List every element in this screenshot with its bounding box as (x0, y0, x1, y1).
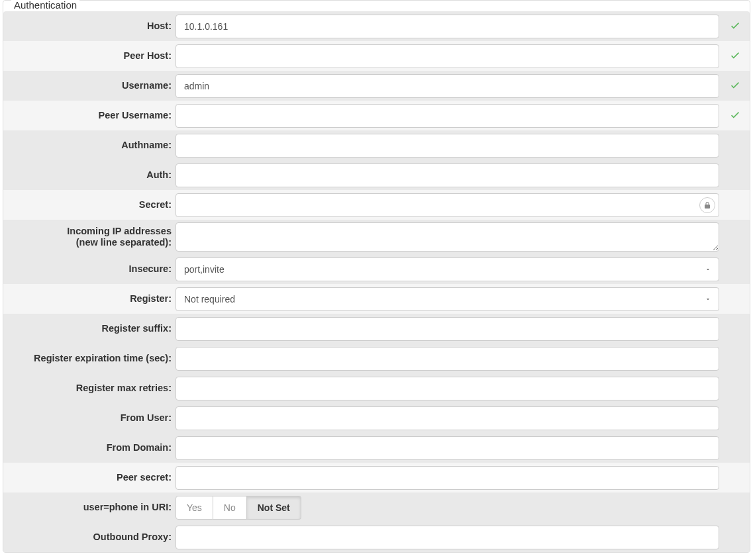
row-secret: Secret: (3, 190, 750, 220)
row-peer-username: Peer Username: (3, 101, 750, 130)
label-register: Register: (3, 284, 174, 314)
user-phone-no[interactable]: No (213, 496, 247, 520)
lock-icon[interactable] (699, 197, 715, 213)
register-retries-input[interactable] (176, 377, 719, 400)
label-peer-host: Peer Host: (3, 41, 174, 71)
from-user-input[interactable] (176, 406, 719, 430)
row-register-retries: Register max retries: (3, 373, 750, 403)
register-suffix-input[interactable] (176, 317, 719, 341)
check-icon (729, 49, 741, 63)
row-host: Host: (3, 11, 750, 41)
check-icon (729, 109, 741, 122)
row-peer-host: Peer Host: (3, 41, 750, 71)
label-incoming-ip: Incoming IP addresses (new line separate… (3, 220, 174, 254)
label-authname: Authname: (3, 130, 174, 160)
check-icon (729, 19, 741, 33)
peer-host-input[interactable] (176, 44, 719, 68)
label-insecure: Insecure: (3, 254, 174, 284)
user-phone-yes[interactable]: Yes (176, 496, 213, 520)
row-incoming-ip: Incoming IP addresses (new line separate… (3, 220, 750, 254)
label-peer-username: Peer Username: (3, 101, 174, 130)
row-from-user: From User: (3, 403, 750, 433)
row-authname: Authname: (3, 130, 750, 160)
auth-input[interactable] (176, 163, 719, 187)
label-auth: Auth: (3, 160, 174, 190)
label-register-retries: Register max retries: (3, 373, 174, 403)
peer-username-input[interactable] (176, 104, 719, 128)
register-select[interactable]: Not required (176, 287, 719, 311)
section-legend: Authentication (11, 0, 79, 11)
register-exp-input[interactable] (176, 347, 719, 371)
row-register-exp: Register expiration time (sec): (3, 344, 750, 373)
label-from-domain: From Domain: (3, 433, 174, 463)
username-input[interactable] (176, 74, 719, 98)
from-domain-input[interactable] (176, 436, 719, 460)
row-register-suffix: Register suffix: (3, 314, 750, 344)
label-secret: Secret: (3, 190, 174, 220)
label-outbound-proxy: Outbound Proxy: (3, 522, 174, 552)
host-input[interactable] (176, 15, 719, 38)
row-outbound-proxy: Outbound Proxy: (3, 522, 750, 552)
user-phone-notset[interactable]: Not Set (247, 496, 301, 520)
label-peer-secret: Peer secret: (3, 463, 174, 492)
label-username: Username: (3, 71, 174, 101)
secret-input[interactable] (176, 193, 719, 217)
row-from-domain: From Domain: (3, 433, 750, 463)
label-user-phone: user=phone in URI: (3, 492, 174, 522)
row-auth: Auth: (3, 160, 750, 190)
label-from-user: From User: (3, 403, 174, 433)
row-user-phone: user=phone in URI: Yes No Not Set (3, 492, 750, 522)
peer-secret-input[interactable] (176, 466, 719, 490)
label-register-exp: Register expiration time (sec): (3, 344, 174, 373)
row-insecure: Insecure: port,invite (3, 254, 750, 284)
row-username: Username: (3, 71, 750, 101)
authentication-section: Authentication Host: Peer Host: Username… (3, 0, 750, 553)
authname-input[interactable] (176, 134, 719, 158)
outbound-proxy-input[interactable] (176, 526, 719, 549)
check-icon (729, 79, 741, 93)
row-register: Register: Not required (3, 284, 750, 314)
label-host: Host: (3, 11, 174, 41)
insecure-select[interactable]: port,invite (176, 257, 719, 281)
user-phone-toggle: Yes No Not Set (176, 496, 301, 520)
label-register-suffix: Register suffix: (3, 314, 174, 344)
row-peer-secret: Peer secret: (3, 463, 750, 492)
incoming-ip-textarea[interactable] (176, 222, 719, 252)
